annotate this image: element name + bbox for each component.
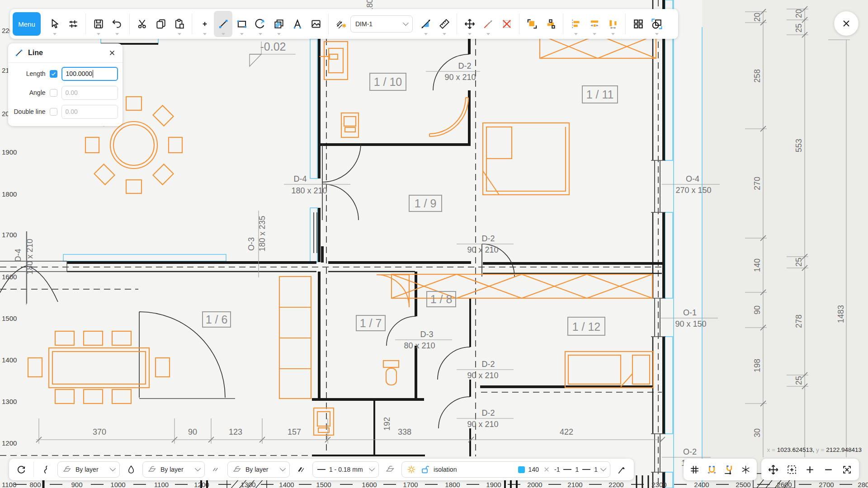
image-tool-button[interactable] [307, 11, 325, 37]
angle-input[interactable]: 0.00 [61, 86, 118, 100]
color-droplet-icon[interactable] [123, 465, 139, 474]
layers-icon [62, 465, 72, 474]
svg-text:1200: 1200 [2, 439, 17, 447]
lineweight-select-value: 1 - 0.18 mm [329, 466, 366, 473]
svg-text:D-4: D-4 [293, 174, 307, 183]
copy-button[interactable] [151, 11, 170, 37]
app-window: -0.02 180 1 / 10 1 / 11 1 / 9 1 / 8 1 / … [0, 0, 868, 488]
linetype-select[interactable]: By layer [227, 461, 290, 478]
area-measure-button[interactable] [416, 11, 435, 37]
lineweight-select[interactable]: 1 - 0.18 mm [312, 461, 379, 478]
point-tool-button[interactable] [195, 11, 214, 37]
cut-button[interactable] [133, 11, 151, 37]
grid-toggle-icon[interactable] [687, 464, 703, 475]
lineweight-preview [317, 469, 326, 470]
clear-x-icon[interactable] [542, 465, 551, 474]
double-line-checkbox[interactable] [50, 108, 57, 116]
move-tool-button[interactable] [460, 11, 479, 37]
chevron-down-icon [403, 20, 409, 26]
align-left-button[interactable] [566, 11, 585, 37]
freehand-style-icon[interactable] [38, 465, 54, 475]
dropdown-caret-icon [240, 33, 244, 35]
text-tool-button[interactable] [288, 11, 307, 37]
style-edit-pen-icon[interactable] [614, 465, 629, 475]
svg-text:1300: 1300 [2, 398, 17, 405]
room-label: 1 / 7 [360, 317, 382, 329]
settings-sliders-button[interactable] [64, 11, 82, 37]
distribute-button[interactable] [604, 11, 622, 37]
undo-button[interactable] [108, 11, 126, 37]
pan-icon[interactable] [765, 464, 781, 475]
svg-text:157: 157 [288, 427, 301, 436]
paste-button[interactable] [170, 11, 189, 37]
lineweight-icon[interactable] [293, 465, 309, 474]
room-label: 1 / 11 [586, 88, 614, 101]
y-value: 2122.948413 [826, 446, 862, 453]
double-line-input[interactable]: 0.00 [61, 105, 118, 119]
zoom-fit-icon[interactable] [840, 464, 855, 475]
svg-text:D-4: D-4 [14, 249, 23, 262]
isolation-label: isolation [434, 466, 457, 473]
svg-text:2300: 2300 [651, 481, 666, 488]
svg-text:1000: 1000 [110, 481, 125, 488]
dropdown-caret-icon [222, 33, 225, 35]
svg-text:2000: 2000 [527, 481, 542, 488]
svg-text:192: 192 [382, 417, 392, 431]
dropdown-caret-icon [468, 33, 472, 35]
dropdown-caret-icon [277, 33, 281, 35]
line-tool-button[interactable] [214, 11, 232, 37]
svg-text:25: 25 [794, 376, 803, 385]
snap-grid-icon[interactable] [704, 464, 719, 475]
layer-select-value: By layer [75, 466, 107, 473]
svg-text:123: 123 [229, 427, 242, 436]
arc-tool-button[interactable] [251, 11, 269, 37]
ruler-measure-button[interactable] [435, 11, 453, 37]
x-label: x = [767, 446, 777, 453]
hatch-tool-button[interactable] [269, 11, 288, 37]
trim-tool-button[interactable] [479, 11, 497, 37]
color-select[interactable]: By layer [142, 461, 205, 478]
svg-text:90: 90 [753, 305, 762, 314]
length-label: Length [8, 70, 50, 77]
y-label: y = [814, 446, 826, 453]
length-input[interactable]: 100.0000 [61, 67, 118, 81]
zoom-window-icon[interactable] [784, 464, 799, 475]
svg-text:90: 90 [188, 427, 197, 436]
menu-button[interactable]: Menu [13, 12, 41, 36]
length-checkbox[interactable] [50, 70, 57, 78]
refresh-icon[interactable] [14, 464, 29, 475]
layer-select[interactable]: By layer [57, 461, 120, 478]
svg-text:O-2: O-2 [683, 447, 697, 456]
dialog-close-icon[interactable] [108, 49, 116, 57]
layers-flat-icon[interactable] [382, 465, 398, 474]
angle-checkbox[interactable] [50, 89, 57, 97]
blocks-button[interactable] [629, 11, 647, 37]
boolean-overlap-button[interactable] [647, 11, 666, 37]
zoom-in-icon[interactable] [802, 464, 818, 475]
svg-text:2500: 2500 [736, 481, 750, 488]
linetype-icon[interactable] [208, 465, 224, 474]
close-view-button[interactable] [834, 11, 859, 36]
zoom-out-icon[interactable] [821, 464, 836, 475]
drawing-canvas[interactable]: -0.02 180 1 / 10 1 / 11 1 / 9 1 / 8 1 / … [0, 0, 868, 488]
room-label: 1 / 6 [206, 313, 228, 326]
delete-button[interactable] [497, 11, 516, 37]
select-tool-button[interactable] [45, 11, 64, 37]
align-center-button[interactable] [585, 11, 604, 37]
snap-angle-icon[interactable] [738, 464, 753, 475]
group-button[interactable] [523, 11, 541, 37]
svg-text:80 x 210: 80 x 210 [404, 341, 435, 350]
snap-node-icon[interactable] [721, 464, 736, 475]
ungroup-button[interactable] [541, 11, 560, 37]
rectangle-tool-button[interactable] [232, 11, 251, 37]
dimension-style-select[interactable]: DIM-1 [350, 15, 413, 33]
isolation-select[interactable]: isolation 140 -1 1 1 [401, 461, 610, 478]
dialog-title: Line [28, 49, 104, 57]
svg-text:O-4: O-4 [686, 174, 699, 183]
svg-text:422: 422 [560, 427, 573, 436]
svg-text:1100: 1100 [154, 481, 169, 488]
dropdown-caret-icon [593, 33, 596, 35]
dropdown-caret-icon [424, 33, 428, 35]
save-button[interactable] [89, 11, 108, 37]
dimension-tool-button[interactable] [332, 11, 350, 37]
